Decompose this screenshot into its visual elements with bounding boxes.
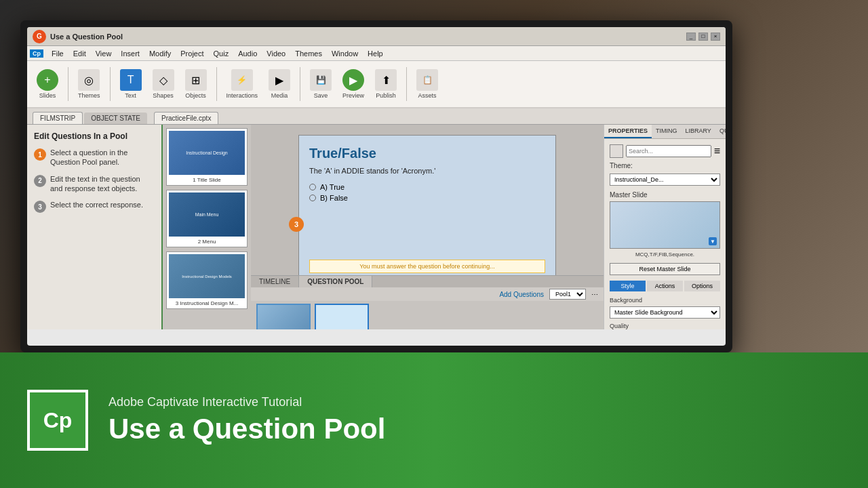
quality-label: Quality [610,323,720,329]
menu-modify[interactable]: Modify [145,48,175,59]
menu-file[interactable]: File [47,48,68,59]
right-tab-properties[interactable]: PROPERTIES [604,125,652,138]
save-label: Save [314,92,328,99]
filmstrip-panel: Instructional Design 1 Title Slide Main … [163,125,251,329]
title-bar: G Use a Question Pool _ □ × [27,27,726,46]
cp-badge: Cp [30,49,43,58]
radio-a[interactable] [309,184,316,190]
slide-thumb-img-2: Main Menu [169,192,245,237]
slide-thumb-1[interactable]: Instructional Design 1 Title Slide [166,128,248,186]
maximize-button[interactable]: □ [698,33,708,41]
slides-icon: + [37,69,58,91]
toolbar-media[interactable]: ▶ Media [264,66,294,102]
screen: G Use a Question Pool _ □ × Cp File Edit… [27,27,726,346]
theme-select[interactable]: Instructional_De... [610,174,720,186]
right-tab-quiz[interactable]: QUIZ [715,125,726,138]
text-label: Text [125,92,136,99]
option-a-letter: A) True [320,183,344,191]
slide-label-2: 2 Menu [169,239,245,245]
slide-label-3: 3 Instructional Design M... [169,300,245,306]
theme-label: Theme: [610,162,720,169]
slide-thumb-2[interactable]: Main Menu 2 Menu [166,190,248,247]
step-number-2: 2 [34,175,46,187]
master-slide-preview: ▼ [610,201,720,249]
menu-audio[interactable]: Audio [234,48,261,59]
toolbar-preview[interactable]: ▶ Preview [338,66,368,102]
right-panel-content: ≡ Theme: Instructional_De... Master Slid… [604,139,726,329]
publish-label: Publish [376,92,396,99]
window-controls[interactable]: _ □ × [686,33,720,41]
toolbar-interactions[interactable]: ⚡ Interactions [222,66,262,102]
instruction-title: Edit Questions In a Pool [34,131,155,141]
pool-slide-1[interactable] [256,304,311,329]
radio-b[interactable] [309,195,316,201]
menu-themes[interactable]: Themes [291,48,326,59]
menu-insert[interactable]: Insert [117,48,144,59]
toolbar-objects[interactable]: ⊞ Objects [181,66,211,102]
slide-thumb-3[interactable]: Instructional Design Models 3 Instructio… [166,251,248,309]
slide-label-1: 1 Title Slide [169,177,245,183]
step-text-2: Edit the text in the question and respon… [50,174,155,194]
right-tab-library[interactable]: LIBRARY [682,125,715,138]
slide-canvas: 3 True/False The 'A' in ADDIE stands for… [298,135,556,275]
shapes-icon: ◇ [153,69,174,91]
menu-help[interactable]: Help [363,48,387,59]
toolbar-sep-2 [110,67,111,101]
toolbar-publish[interactable]: ⬆ Publish [371,66,401,102]
tab-timeline[interactable]: TIMELINE [251,276,299,287]
right-tab-timing[interactable]: TIMING [652,125,682,138]
overlay-subtitle: Adobe Captivate Interactive Tutorial [108,395,385,409]
list-icon[interactable]: ≡ [714,145,720,157]
cp-logo-box: Cp [27,390,88,451]
tab-question-pool[interactable]: QUESTION POOL [299,276,372,287]
toolbar-save[interactable]: 💾 Save [306,66,336,102]
instruction-step-1: 1 Select a question in the Question Pool… [34,148,155,167]
canvas-inner: 3 True/False The 'A' in ADDIE stands for… [251,125,604,275]
themes-label: Themes [78,92,100,99]
menu-window[interactable]: Window [328,48,362,59]
minimize-button[interactable]: _ [686,33,696,41]
toolbar-text[interactable]: T Text [116,66,146,102]
style-tab-style[interactable]: Style [610,281,646,291]
tab-object-state[interactable]: OBJECT STATE [84,113,147,124]
menu-view[interactable]: View [92,48,116,59]
preview-icon: ▶ [342,69,364,91]
tab-file[interactable]: PracticeFile.cptx [154,112,218,124]
preview-label: Preview [342,92,364,99]
monitor-bezel: G Use a Question Pool _ □ × Cp File Edit… [20,20,732,352]
toolbar-sep-5 [406,67,407,101]
search-input[interactable] [626,145,711,157]
bottom-tabs: TIMELINE QUESTION POOL [251,276,604,287]
style-tab-actions[interactable]: Actions [647,281,683,291]
toolbar-sep-1 [68,67,68,101]
background-select[interactable]: Master Slide Background [610,306,720,319]
pool-slide-2[interactable] [315,304,369,329]
menu-video[interactable]: Video [262,48,290,59]
close-button[interactable]: × [711,33,720,41]
pool-menu-icon[interactable]: ⋯ [591,291,598,298]
slide-question: The 'A' in ADDIE stands for 'Acronym.' [309,167,545,175]
menu-quiz[interactable]: Quiz [210,48,233,59]
instruction-step-2: 2 Edit the text in the question and resp… [34,174,155,194]
toolbar-themes[interactable]: ◎ Themes [74,66,104,102]
interactions-icon: ⚡ [231,69,253,91]
style-tab-options[interactable]: Options [684,281,720,291]
reset-master-slide-button[interactable]: Reset Master Slide [610,263,720,275]
answer-option-a[interactable]: A) True [309,183,545,191]
menu-project[interactable]: Project [176,48,208,59]
tab-filmstrip[interactable]: FILMSTRIP [33,112,83,124]
answer-option-b[interactable]: B) False [309,194,545,202]
toolbar-slides[interactable]: + Slides [33,66,62,102]
step-number-3: 3 [34,201,46,213]
menu-edit[interactable]: Edit [69,48,90,59]
toolbar-shapes[interactable]: ◇ Shapes [149,66,178,102]
pool-select[interactable]: Pool1 [549,289,586,300]
slides-label: Slides [39,92,56,99]
window-title: Use a Question Pool [50,33,123,41]
add-questions-button[interactable]: Add Questions [499,291,544,298]
question-pool-header: Add Questions Pool1 ⋯ [251,287,604,301]
background-label: Background [610,297,720,304]
main-content: Edit Questions In a Pool 1 Select a ques… [27,125,726,329]
shapes-label: Shapes [153,92,174,99]
toolbar-assets[interactable]: 📋 Assets [412,66,442,102]
